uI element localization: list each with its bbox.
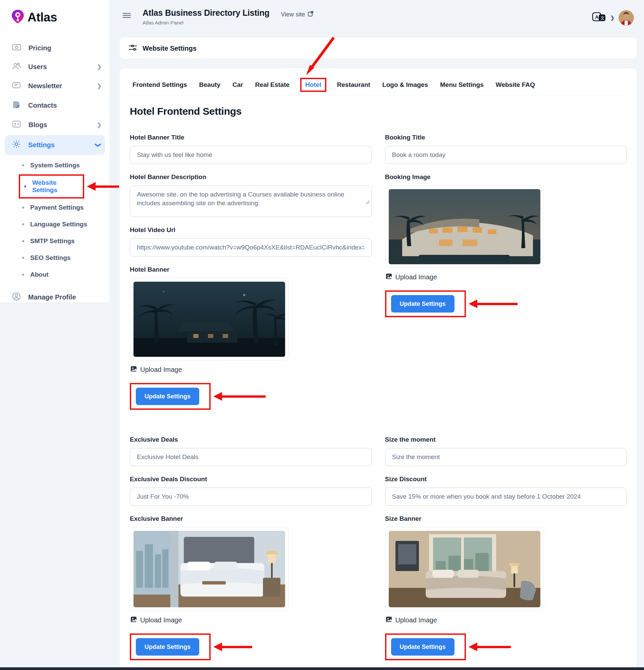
subnav-item-language-settings[interactable]: Language Settings [0,216,110,233]
subnav-item-payment-settings[interactable]: Payment Settings [0,199,110,216]
hotel-video-url-input[interactable] [130,238,372,256]
sidebar-item-label: Settings [28,141,55,149]
tab-frontend-settings[interactable]: Frontend Settings [132,81,187,89]
header-title-block: Atlas Business Directory Listing Atlas A… [143,8,270,26]
chevron-down-icon: ❯ [94,143,101,147]
tab-bar: Frontend Settings Beauty Car Real Estate… [130,80,627,96]
tab-beauty[interactable]: Beauty [199,81,220,89]
size-the-moment-input[interactable] [385,448,627,466]
size-banner-label: Size Banner [385,515,627,522]
upload-image-button[interactable]: Upload Image [131,366,372,374]
hotel-banner-description-label: Hotel Banner Description [130,173,372,181]
exclusive-deals-input[interactable] [130,448,372,466]
sidebar-item-label: Manage Profile [28,293,76,301]
upload-image-button[interactable]: Upload Image [131,616,372,624]
upload-image-label: Upload Image [395,616,437,624]
sidebar-item-manage-profile[interactable]: Manage Profile [0,287,110,308]
bottom-edge-strip [0,667,644,670]
brand-logo[interactable]: Atlas [0,9,110,26]
page-subtitle: Atlas Admin Panel [143,20,270,26]
subnav-item-label: Language Settings [30,220,87,228]
upload-image-label: Upload Image [140,366,182,374]
left-column: Exclusive Deals Exclusive Deals Discount… [130,436,372,660]
bullet-icon [24,185,26,187]
form-section-2: Exclusive Deals Exclusive Deals Discount… [130,436,627,660]
annotation-box-website-settings: Website Settings [19,174,84,199]
hotel-banner-title-input[interactable] [130,146,372,164]
hamburger-menu-icon[interactable] [122,12,131,20]
subnav-item-seo-settings[interactable]: SEO Settings [0,250,110,266]
contact-note-icon [12,100,21,110]
translate-icon[interactable]: A 文 [592,12,606,24]
subnav-item-label: SEO Settings [30,254,70,262]
sidebar-item-users[interactable]: Users ❯ [0,57,110,77]
hotel-banner-description-textarea[interactable]: Awesome site. on the top advertising a C… [130,185,372,217]
update-settings-button[interactable]: Update Settings [391,295,455,312]
sidebar-item-blogs[interactable]: Blogs ❯ [0,115,110,134]
form-section-1: Hotel Banner Title Hotel Banner Descript… [130,134,627,410]
hotel-banner-label: Hotel Banner [130,266,372,273]
main-area: Atlas Business Directory Listing Atlas A… [110,0,644,670]
size-banner-image [385,527,544,611]
sidebar-item-contacts[interactable]: Contacts [0,96,110,115]
update-settings-button[interactable]: Update Settings [136,388,199,405]
gear-icon [12,140,21,150]
booking-title-input[interactable] [385,146,627,164]
tab-hotel[interactable]: Hotel [305,81,321,88]
upload-image-button[interactable]: Upload Image [386,616,627,624]
svg-text:文: 文 [601,15,605,21]
sidebar: Atlas Pricing Users ❯ Newsletter ❯ [0,0,110,303]
subnav-item-about[interactable]: About [0,266,110,283]
sidebar-item-label: Blogs [28,121,47,129]
blog-icon [12,120,21,130]
section-title: Website Settings [143,44,197,52]
update-settings-button[interactable]: Update Settings [391,638,455,656]
hotel-frontend-settings-heading: Hotel Frontend Settings [130,106,627,117]
sidebar-item-newsletter[interactable]: Newsletter ❯ [0,77,110,96]
booking-title-label: Booking Title [385,134,627,141]
exclusive-deals-label: Exclusive Deals [130,436,372,443]
atlas-pin-icon [10,9,26,26]
upload-image-button[interactable]: Upload Image [386,273,627,281]
sidebar-item-label: Contacts [28,102,57,109]
chevron-right-icon: ❯ [97,63,102,70]
subnav-item-label: Payment Settings [30,204,83,211]
avatar[interactable] [618,10,634,26]
exclusive-deals-discount-input[interactable] [130,487,372,506]
update-settings-button[interactable]: Update Settings [136,638,199,656]
sidebar-item-label: Pricing [28,44,51,52]
bullet-icon [22,257,24,259]
tab-car[interactable]: Car [233,81,243,89]
subnav-item-smtp-settings[interactable]: SMTP Settings [0,233,110,250]
right-column: Size the moment Size Discount Size Banne… [385,436,627,660]
annotation-arrow [213,392,266,401]
view-site-label: View site [281,11,305,18]
sidebar-item-settings[interactable]: Settings ❯ [5,135,105,155]
settings-content-card: Frontend Settings Beauty Car Real Estate… [120,68,636,670]
tab-website-faq[interactable]: Website FAQ [496,81,535,89]
banknote-icon [12,44,21,52]
upload-image-label: Upload Image [395,273,437,281]
right-column: Booking Title Booking Image [385,134,627,410]
view-site-link[interactable]: View site [281,11,314,18]
subnav-item-website-settings[interactable]: Website Settings [20,176,83,197]
sidebar-item-label: Newsletter [28,82,62,90]
sidebar-item-pricing[interactable]: Pricing [0,39,110,57]
hotel-video-url-label: Hotel Video Url [130,226,372,234]
booking-image-label: Booking Image [385,173,627,181]
size-discount-input[interactable] [385,487,627,506]
subnav-item-label: SMTP Settings [30,238,75,245]
chevron-right-icon: ❯ [97,82,102,90]
tab-menu-settings[interactable]: Menu Settings [440,81,484,89]
subnav-item-system-settings[interactable]: System Settings [0,157,110,174]
upload-image-label: Upload Image [140,616,182,624]
tab-real-estate[interactable]: Real Estate [255,81,289,89]
tab-restaurant[interactable]: Restaurant [337,81,370,89]
subnav-item-label: Website Settings [32,179,79,194]
left-column: Hotel Banner Title Hotel Banner Descript… [130,134,372,410]
chevron-down-icon[interactable]: ❯︎ [610,15,615,21]
image-upload-icon [386,273,392,281]
tab-logo-images[interactable]: Logo & Images [382,81,428,89]
annotation-box-update-settings: Update Settings [385,633,466,660]
mail-icon [12,81,21,91]
